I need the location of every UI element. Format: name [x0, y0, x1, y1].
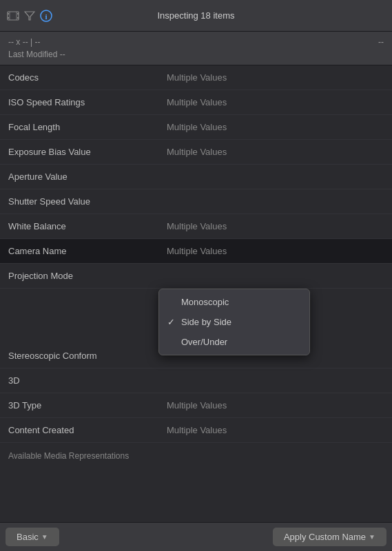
prop-row-iso-speed-ratings: ISO Speed Ratings Multiple Values	[0, 90, 392, 115]
prop-label-focal-length: Focal Length	[8, 122, 167, 132]
basic-chevron-icon: ▼	[41, 533, 48, 541]
prop-label-white-balance: White Balance	[8, 221, 167, 231]
prop-label-3d: 3D	[8, 375, 167, 386]
prop-row-exposure-bias: Exposure Bias Value Multiple Values	[0, 140, 392, 165]
prop-row-shutter-speed: Shutter Speed Value	[0, 189, 392, 214]
prop-row-focal-length: Focal Length Multiple Values	[0, 115, 392, 140]
prop-value-3d-type: Multiple Values	[167, 400, 384, 410]
media-section-title: Available Media Representations	[8, 451, 384, 461]
prop-row-3d: 3D	[0, 368, 392, 393]
filter-icon[interactable]	[23, 10, 36, 22]
svg-rect-3	[17, 13, 19, 14]
prop-label-projection-mode: Projection Mode	[8, 271, 167, 281]
svg-text:i: i	[45, 12, 47, 20]
prop-row-camera-name[interactable]: Camera Name Multiple Values	[0, 239, 392, 264]
meta-bar-row1: -- x -- | -- --	[8, 37, 384, 47]
prop-row-aperture-value: Aperture Value	[0, 165, 392, 189]
projection-mode-dropdown[interactable]: Monoscopic Side by Side Over/Under	[158, 289, 310, 355]
bottom-toolbar: Basic ▼ Apply Custom Name ▼	[0, 522, 392, 551]
prop-label-camera-name: Camera Name	[8, 246, 167, 256]
prop-value-codecs: Multiple Values	[167, 72, 384, 83]
prop-value-focal-length: Multiple Values	[167, 122, 384, 132]
dropdown-item-side-by-side[interactable]: Side by Side	[159, 312, 309, 332]
meta-extra: --	[378, 37, 384, 47]
prop-label-stereoscopic-conform: Stereoscopic Conform	[8, 351, 167, 361]
prop-value-content-created: Multiple Values	[167, 425, 384, 435]
meta-bar-row2: Last Modified --	[8, 50, 384, 59]
apply-label: Apply Custom Name	[284, 532, 366, 542]
prop-row-white-balance: White Balance Multiple Values	[0, 214, 392, 239]
dropdown-item-monoscopic[interactable]: Monoscopic	[159, 292, 309, 312]
prop-label-codecs: Codecs	[8, 72, 167, 83]
media-section: Available Media Representations -- Trans…	[0, 443, 392, 465]
prop-row-projection-mode[interactable]: Projection Mode Monoscopic Side by Side …	[0, 264, 392, 289]
basic-button[interactable]: Basic ▼	[6, 528, 59, 546]
info-icon[interactable]: i	[40, 10, 52, 22]
prop-label-aperture-value: Aperture Value	[8, 171, 167, 182]
svg-rect-2	[8, 17, 9, 19]
prop-value-white-balance: Multiple Values	[167, 221, 384, 231]
last-modified: Last Modified --	[8, 50, 65, 59]
prop-label-content-created: Content Created	[8, 425, 167, 435]
prop-row-codecs: Codecs Multiple Values	[0, 65, 392, 90]
meta-dimensions: -- x -- | --	[8, 37, 40, 47]
svg-marker-7	[25, 12, 34, 20]
svg-rect-1	[8, 13, 9, 14]
header: i Inspecting 18 items	[0, 0, 392, 32]
svg-rect-0	[8, 12, 19, 20]
prop-row-content-created: Content Created Multiple Values	[0, 418, 392, 443]
svg-rect-4	[17, 17, 19, 19]
prop-label-shutter-speed: Shutter Speed Value	[8, 196, 167, 207]
prop-label-3d-type: 3D Type	[8, 400, 167, 410]
basic-label: Basic	[17, 532, 39, 542]
apply-custom-name-button[interactable]: Apply Custom Name ▼	[273, 528, 386, 546]
apply-chevron-icon: ▼	[369, 533, 375, 541]
prop-row-3d-type: 3D Type Multiple Values	[0, 393, 392, 418]
header-icons: i	[7, 10, 52, 22]
dropdown-item-over-under[interactable]: Over/Under	[159, 332, 309, 352]
prop-value-camera-name: Multiple Values	[167, 246, 384, 256]
prop-label-exposure-bias: Exposure Bias Value	[8, 147, 167, 157]
meta-bar: -- x -- | -- -- Last Modified --	[0, 32, 392, 65]
film-icon[interactable]	[7, 10, 19, 22]
prop-label-iso-speed-ratings: ISO Speed Ratings	[8, 97, 167, 107]
prop-value-exposure-bias: Multiple Values	[167, 147, 384, 157]
header-title: Inspecting 18 items	[157, 10, 234, 21]
properties-list: Codecs Multiple Values ISO Speed Ratings…	[0, 65, 392, 465]
prop-value-iso-speed-ratings: Multiple Values	[167, 97, 384, 107]
